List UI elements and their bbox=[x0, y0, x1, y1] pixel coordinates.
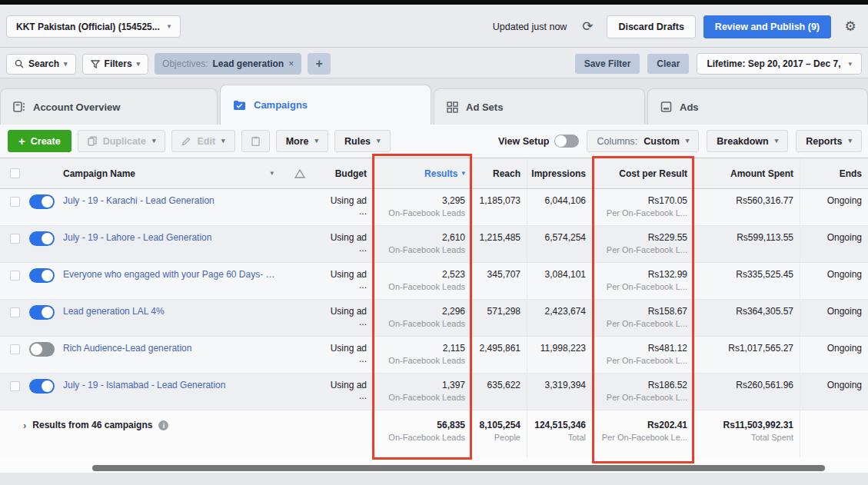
chevron-down-icon: ▾ bbox=[137, 61, 141, 68]
cost-per-result-value: Rs186.52 bbox=[592, 380, 687, 390]
reports-button[interactable]: Reports ▾ bbox=[796, 130, 862, 152]
tab-label: Ads bbox=[680, 101, 699, 113]
campaign-active-toggle[interactable] bbox=[29, 379, 55, 394]
ends-value: Ongoing bbox=[800, 374, 868, 410]
refresh-icon: ⟳ bbox=[582, 18, 593, 35]
select-all-checkbox[interactable] bbox=[10, 168, 20, 178]
cost-per-result-type-label: Per On-Facebook L... bbox=[592, 245, 687, 254]
horizontal-scrollbar[interactable] bbox=[92, 465, 825, 471]
results-value: 2,115 bbox=[373, 343, 465, 354]
date-range-selector[interactable]: Lifetime: Sep 20, 2017 – Dec 7, ▾ bbox=[697, 53, 862, 75]
row-checkbox[interactable] bbox=[10, 271, 20, 281]
create-button[interactable]: + Create bbox=[8, 130, 72, 152]
table-row: July - 19 - Lahore - Lead Generation Usi… bbox=[0, 226, 868, 263]
rules-button[interactable]: Rules ▾ bbox=[334, 130, 391, 152]
discard-drafts-button[interactable]: Discard Drafts bbox=[607, 15, 695, 38]
amount-spent-value: Rs599,113.55 bbox=[693, 226, 800, 262]
add-filter-button[interactable]: + bbox=[308, 53, 331, 75]
filters-button[interactable]: Filters ▾ bbox=[82, 54, 149, 75]
amount-spent-value: Rs335,525.45 bbox=[693, 263, 800, 299]
tab-campaigns[interactable]: Campaigns bbox=[220, 85, 431, 125]
column-header-results[interactable]: Results ▾ bbox=[373, 158, 471, 188]
delivery-warning-cell bbox=[278, 226, 321, 262]
create-button-label: Create bbox=[31, 136, 61, 147]
column-header-budget[interactable]: Budget bbox=[321, 158, 373, 188]
filter-funnel-icon bbox=[91, 60, 100, 68]
edit-button[interactable]: Edit ▾ bbox=[171, 130, 234, 152]
impressions-value: 6,044,106 bbox=[527, 189, 592, 225]
results-value: 2,296 bbox=[373, 306, 465, 317]
reach-value: 345,707 bbox=[471, 263, 527, 299]
refresh-button[interactable]: ⟳ bbox=[576, 15, 599, 38]
tab-label: Campaigns bbox=[254, 99, 308, 111]
tab-ad-sets[interactable]: Ad Sets bbox=[434, 88, 645, 125]
row-checkbox[interactable] bbox=[10, 381, 20, 391]
ends-value: Ongoing bbox=[800, 300, 868, 336]
objective-filter-chip[interactable]: Objectives: Lead generation × bbox=[155, 53, 301, 75]
row-checkbox[interactable] bbox=[10, 197, 20, 207]
clipboard-button[interactable] bbox=[241, 130, 270, 152]
campaign-name-link[interactable]: July - 19 - Lahore - Lead Generation bbox=[63, 232, 278, 243]
column-header-reach[interactable]: Reach bbox=[471, 158, 527, 188]
row-checkbox[interactable] bbox=[10, 307, 20, 317]
toggle-column-header bbox=[29, 158, 63, 188]
breakdown-button[interactable]: Breakdown ▾ bbox=[707, 130, 788, 152]
settings-button[interactable]: ⚙ bbox=[839, 15, 862, 38]
tab-label: Account Overview bbox=[33, 101, 120, 113]
campaign-active-toggle[interactable] bbox=[29, 342, 55, 357]
info-icon[interactable]: i bbox=[158, 420, 168, 430]
remove-filter-icon[interactable]: × bbox=[288, 58, 294, 69]
column-header-ends[interactable]: Ends bbox=[800, 158, 868, 188]
account-selector[interactable]: KKT Pakistan (Official) (154525... ▾ bbox=[6, 15, 181, 38]
campaign-name-link[interactable]: Rich Audience-Lead generation bbox=[63, 343, 278, 354]
columns-value: Custom bbox=[644, 136, 680, 147]
edit-button-label: Edit bbox=[197, 136, 215, 147]
campaign-active-toggle[interactable] bbox=[29, 268, 55, 283]
sort-caret-icon: ▾ bbox=[270, 170, 274, 177]
tab-label: Ad Sets bbox=[466, 101, 503, 113]
reach-value: 2,495,861 bbox=[471, 337, 527, 373]
clipboard-icon bbox=[251, 136, 260, 146]
campaign-active-toggle[interactable] bbox=[29, 194, 55, 209]
delivery-warning-cell bbox=[278, 337, 321, 373]
impressions-value: 3,084,101 bbox=[527, 263, 592, 299]
row-checkbox[interactable] bbox=[10, 344, 20, 354]
chevron-down-icon: ▾ bbox=[64, 61, 68, 68]
chevron-down-icon: ▾ bbox=[848, 61, 852, 68]
search-button[interactable]: Search ▾ bbox=[6, 54, 76, 75]
campaign-active-toggle[interactable] bbox=[29, 231, 55, 246]
campaign-active-toggle[interactable] bbox=[29, 305, 55, 320]
columns-button[interactable]: Columns: Custom ▾ bbox=[587, 130, 699, 152]
ends-value: Ongoing bbox=[800, 263, 868, 299]
reports-button-label: Reports bbox=[806, 136, 842, 147]
column-header-campaign-name[interactable]: Campaign Name ▾ bbox=[63, 158, 278, 188]
impressions-value: 11,998,223 bbox=[527, 337, 592, 373]
search-icon bbox=[15, 59, 24, 68]
duplicate-button[interactable]: Duplicate ▾ bbox=[78, 130, 166, 152]
expand-chevron-icon[interactable]: › bbox=[23, 420, 26, 431]
campaigns-folder-icon bbox=[233, 100, 246, 111]
chevron-down-icon: ▾ bbox=[168, 23, 171, 30]
ends-value: Ongoing bbox=[800, 189, 868, 225]
row-checkbox[interactable] bbox=[10, 234, 20, 244]
save-filter-button[interactable]: Save Filter bbox=[575, 54, 640, 74]
campaign-name-link[interactable]: Everyone who engaged with your Page 60 D… bbox=[63, 269, 278, 280]
campaign-name-link[interactable]: July - 19 - Islamabad - Lead Generation bbox=[63, 380, 278, 390]
view-setup-toggle[interactable] bbox=[554, 135, 579, 148]
warning-triangle-icon bbox=[294, 169, 305, 178]
tab-account-overview[interactable]: Account Overview bbox=[0, 88, 218, 125]
campaign-name-link[interactable]: Lead generation LAL 4% bbox=[63, 306, 278, 317]
tab-ads[interactable]: Ads bbox=[647, 88, 868, 125]
ad-sets-grid-icon bbox=[447, 101, 458, 113]
review-publish-button[interactable]: Review and Publish (9) bbox=[703, 15, 831, 38]
more-button[interactable]: More ▾ bbox=[276, 130, 328, 152]
column-header-amount-spent[interactable]: Amount Spent bbox=[693, 158, 800, 188]
column-header-cost-per-result[interactable]: Cost per Result bbox=[592, 158, 693, 188]
delivery-warning-cell bbox=[278, 189, 321, 225]
clear-filter-button[interactable]: Clear bbox=[647, 54, 689, 74]
impressions-value: 6,574,254 bbox=[527, 226, 592, 262]
reach-value: 1,215,485 bbox=[471, 226, 527, 262]
column-header-impressions[interactable]: Impressions bbox=[527, 158, 592, 188]
campaign-name-link[interactable]: July - 19 - Karachi - Lead Generation bbox=[63, 195, 278, 206]
chevron-down-icon: ▾ bbox=[221, 138, 225, 145]
